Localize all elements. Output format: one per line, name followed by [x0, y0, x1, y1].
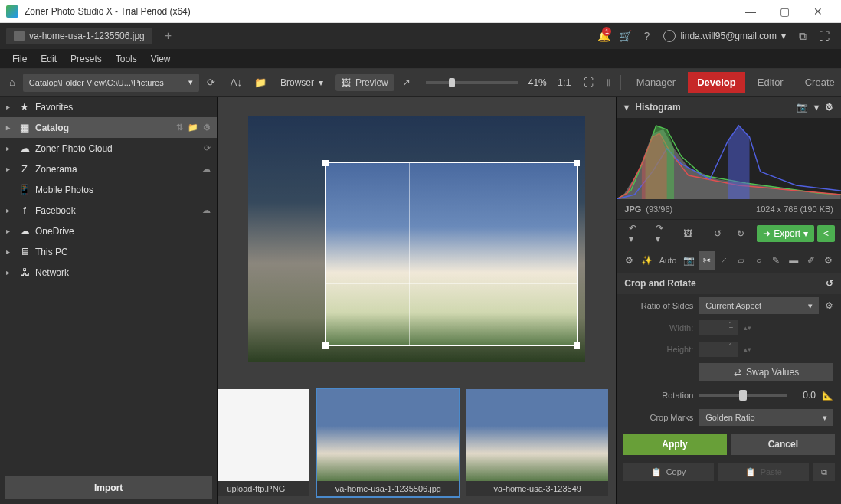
module-create[interactable]: Create: [796, 72, 841, 93]
external-icon[interactable]: ⧉: [792, 25, 813, 47]
ratio-select[interactable]: Current Aspect▾: [699, 297, 819, 314]
breadcrumb-path[interactable]: Catalog\Folder View\C:\U...\Pictures▾: [23, 74, 199, 92]
crop-tool[interactable]: ✂: [699, 251, 715, 270]
straighten-tool[interactable]: ⟋: [716, 251, 732, 270]
folder-icon: 📁: [254, 77, 267, 88]
zoom-fit-button[interactable]: ⛶: [579, 74, 598, 91]
ratio-label: Ratio of Sides: [624, 301, 693, 310]
stepper-icon[interactable]: ▴▾: [744, 324, 751, 332]
module-develop[interactable]: Develop: [688, 72, 745, 93]
gear-icon[interactable]: ⚙: [825, 102, 833, 113]
level-icon[interactable]: 📐: [822, 390, 833, 401]
camera-icon[interactable]: 📷: [797, 102, 808, 113]
menu-view[interactable]: View: [145, 51, 177, 67]
tree-favorites[interactable]: ▸★Favorites: [0, 97, 217, 117]
auto-tool[interactable]: ✨: [639, 251, 655, 270]
paste-button[interactable]: 📋Paste: [718, 463, 809, 481]
import-button[interactable]: Import: [5, 476, 212, 499]
zoom-bars-button[interactable]: ⦀: [601, 74, 614, 92]
close-button[interactable]: ✕: [801, 0, 835, 23]
folder-button[interactable]: 📁: [250, 74, 271, 91]
tree-onedrive[interactable]: ▸☁OneDrive: [0, 221, 217, 241]
perspective-tool[interactable]: ▱: [734, 251, 750, 270]
settings-tool[interactable]: ⚙: [820, 251, 836, 270]
onedrive-icon: ☁: [18, 225, 31, 237]
redo-button[interactable]: ↷ ▾: [650, 220, 673, 247]
copy-button[interactable]: 📋Copy: [623, 463, 713, 481]
rotation-slider[interactable]: [699, 394, 787, 397]
sort-icon[interactable]: ⇅: [176, 123, 183, 133]
cropmarks-select[interactable]: Golden Ratio▾: [699, 409, 833, 426]
menu-file[interactable]: File: [6, 51, 33, 67]
maximize-button[interactable]: ▢: [767, 0, 801, 23]
cart-icon[interactable]: 🛒: [614, 25, 636, 47]
user-menu[interactable]: linda.will95@gmail.com ▾: [657, 30, 792, 42]
thumbnail-strip[interactable]: upload-ftp.PNG va-home-usa-1-1235506.jpg…: [218, 381, 616, 504]
height-input[interactable]: 1: [699, 342, 738, 357]
thumbnail[interactable]: va-home-usa-3-123549: [466, 389, 608, 496]
share-button[interactable]: <: [817, 225, 835, 242]
add-tab-button[interactable]: +: [159, 29, 178, 43]
tree-zonerama[interactable]: ▸ZZonerama☁: [0, 159, 217, 179]
sort-button[interactable]: A↓: [226, 74, 247, 91]
crop-handle-se[interactable]: [574, 342, 580, 349]
swap-values-button[interactable]: ⇄Swap Values: [699, 363, 833, 381]
zonerama-icon: Z: [18, 163, 31, 175]
crop-handle-sw[interactable]: [322, 342, 329, 349]
menu-presets[interactable]: Presets: [64, 51, 108, 67]
document-tab[interactable]: va-home-usa-1-1235506.jpg: [6, 28, 152, 44]
tree-catalog[interactable]: ▸▦Catalog⇅📁⚙: [0, 117, 217, 138]
module-editor[interactable]: Editor: [748, 72, 793, 93]
thumbnail-image: [317, 389, 459, 481]
tree-thispc[interactable]: ▸🖥This PC: [0, 241, 217, 262]
circle-tool[interactable]: ○: [751, 251, 767, 270]
zoom-1to1-button[interactable]: 1:1: [553, 74, 576, 91]
minimize-button[interactable]: —: [734, 0, 767, 23]
crop-box[interactable]: [325, 162, 578, 346]
crop-handle-ne[interactable]: [574, 160, 580, 166]
home-button[interactable]: ⌂: [5, 74, 20, 91]
browser-mode-button[interactable]: Browser▾: [274, 74, 329, 91]
adjustments-tool[interactable]: ⚙: [621, 251, 637, 270]
preview-mode-button[interactable]: 🖼Preview: [335, 74, 394, 91]
module-manager[interactable]: Manager: [627, 72, 685, 93]
tree-network[interactable]: ▸🖧Network: [0, 262, 217, 283]
export-button[interactable]: ➜ Export ▾: [757, 225, 814, 242]
preview-area[interactable]: [218, 97, 616, 381]
gear-icon[interactable]: ⚙: [203, 123, 211, 133]
reset-icon[interactable]: ↺: [826, 278, 833, 289]
thumbnail[interactable]: va-home-usa-1-1235506.jpg: [317, 389, 459, 496]
crop-section-header[interactable]: Crop and Rotate ↺: [617, 273, 841, 294]
histogram-header[interactable]: ▾ Histogram 📷 ▾ ⚙: [617, 97, 841, 118]
camera-tool[interactable]: 📷: [681, 251, 697, 270]
crop-handle-nw[interactable]: [322, 160, 329, 166]
tree-mobile[interactable]: 📱Mobile Photos: [0, 179, 217, 200]
stepper-icon[interactable]: ▴▾: [744, 345, 751, 353]
open-external-button[interactable]: ↗: [398, 74, 415, 91]
menu-edit[interactable]: Edit: [34, 51, 63, 67]
gradient-tool[interactable]: ▬: [786, 251, 802, 270]
zoom-slider[interactable]: [426, 81, 518, 84]
gear-icon[interactable]: ⚙: [825, 300, 833, 311]
notifications-icon[interactable]: 🔔1: [593, 25, 614, 47]
width-input[interactable]: 1: [699, 320, 738, 335]
folder-add-icon[interactable]: 📁: [188, 123, 198, 133]
cancel-button[interactable]: Cancel: [731, 434, 835, 455]
tree-facebook[interactable]: ▸fFacebook☁: [0, 200, 217, 221]
thumbnail[interactable]: upload-ftp.PNG: [218, 389, 309, 496]
tree-zoner-cloud[interactable]: ▸☁Zoner Photo Cloud⟳: [0, 138, 217, 159]
help-icon[interactable]: ?: [636, 25, 657, 47]
chevron-down-icon: ▾: [781, 31, 786, 41]
width-label: Width:: [624, 323, 693, 332]
stack-button[interactable]: ⧉: [813, 463, 835, 481]
refresh-button[interactable]: ⟳: [202, 74, 220, 91]
rotate-left-button[interactable]: ↺: [708, 225, 728, 242]
brush-tool[interactable]: ✎: [768, 251, 784, 270]
eyedropper-tool[interactable]: ✐: [803, 251, 820, 270]
rotate-right-button[interactable]: ↻: [731, 225, 751, 242]
menu-tools[interactable]: Tools: [110, 51, 143, 67]
apply-button[interactable]: Apply: [623, 434, 726, 455]
compare-button[interactable]: 🖼: [677, 225, 699, 242]
fullscreen-icon[interactable]: ⛶: [813, 25, 835, 47]
undo-button[interactable]: ↶ ▾: [623, 220, 646, 247]
